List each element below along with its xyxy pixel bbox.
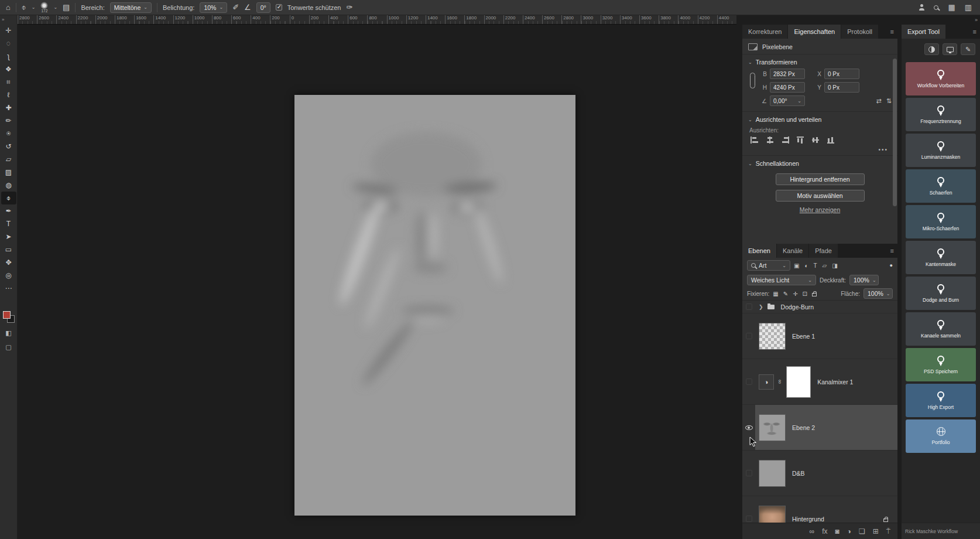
monitor-icon[interactable]: [943, 43, 957, 55]
pressure-size-icon[interactable]: ✑: [346, 4, 352, 11]
hand-tool[interactable]: ✥: [1, 256, 16, 269]
export-action-button[interactable]: Frequenztrennung: [906, 98, 976, 131]
gradient-tool[interactable]: ▨: [1, 166, 16, 179]
quick-selection-tool[interactable]: ❖: [1, 63, 16, 76]
path-select-tool[interactable]: ➤: [1, 230, 16, 243]
pixel-layer-filter-icon[interactable]: ▣: [794, 262, 799, 269]
layer-row[interactable]: ❯Dodge-Burn: [742, 301, 897, 313]
lock-artboard-icon[interactable]: ⊡: [803, 291, 807, 297]
quick-actions-section-header[interactable]: ⌄ Schnellaktionen: [742, 156, 897, 170]
export-action-button[interactable]: Luminanzmasken: [906, 134, 976, 167]
lock-transparency-icon[interactable]: ▦: [773, 291, 778, 297]
align-right-icon[interactable]: [781, 137, 789, 144]
export-action-button[interactable]: Kanaele sammeln: [906, 312, 976, 346]
chevron-right-icon[interactable]: ❯: [759, 304, 763, 310]
quick-action-button[interactable]: Hintergrund entfernen: [776, 173, 865, 185]
show-more-link[interactable]: Mehr anzeigen: [742, 206, 897, 213]
layer-row-content[interactable]: D&B: [755, 451, 897, 496]
x-field[interactable]: 0 Px: [824, 69, 859, 79]
brush-settings-panel-icon[interactable]: ▤: [63, 4, 70, 11]
visibility-cell[interactable]: [742, 301, 755, 313]
workspace-grid-icon[interactable]: ▦: [948, 4, 955, 11]
panel-menu-icon[interactable]: ≡: [890, 244, 897, 258]
document-canvas[interactable]: [294, 95, 575, 516]
width-field[interactable]: 2832 Px: [770, 69, 805, 79]
airbrush-icon[interactable]: ✐: [232, 4, 239, 11]
marquee-tool[interactable]: ◌: [1, 37, 16, 50]
filter-toggle-icon[interactable]: ●: [890, 262, 893, 268]
shape-tool[interactable]: ▭: [1, 243, 16, 256]
export-action-button[interactable]: High Export: [906, 384, 976, 417]
delete-layer-icon[interactable]: ⍑: [886, 527, 890, 535]
rotation-field[interactable]: 0,00° ⌄: [770, 95, 805, 106]
export-action-button[interactable]: Portfolio: [906, 419, 976, 453]
screen-mode-icon[interactable]: ▢: [5, 343, 11, 351]
link-dimensions-icon[interactable]: [750, 73, 755, 88]
fill-input[interactable]: 100% ⌄: [864, 288, 893, 299]
new-group-icon[interactable]: ❏: [859, 527, 865, 535]
tab-kanäle[interactable]: Kanäle: [777, 244, 809, 258]
transform-section-header[interactable]: ⌄ Transformieren: [742, 54, 897, 69]
layer-thumbnail[interactable]: [759, 414, 786, 441]
mask-link-icon[interactable]: ∞: [777, 380, 783, 384]
zoom-tool[interactable]: ◎: [1, 269, 16, 282]
new-layer-icon[interactable]: ⊞: [873, 527, 879, 535]
move-tool[interactable]: ✛: [1, 24, 16, 37]
height-field[interactable]: 4240 Px: [770, 82, 805, 93]
layer-row-content[interactable]: ❯Dodge-Burn: [755, 301, 897, 313]
visibility-toggle[interactable]: [746, 470, 752, 476]
export-action-button[interactable]: Schaerfen: [906, 169, 976, 203]
eye-icon[interactable]: [745, 425, 753, 430]
canvas-area[interactable]: [18, 25, 736, 539]
new-adjustment-layer-icon[interactable]: ◑: [847, 527, 851, 535]
export-action-button[interactable]: Dodge and Burn: [906, 277, 976, 310]
brush-preset-picker[interactable]: 172: [40, 2, 48, 13]
link-layers-icon[interactable]: ∞: [810, 527, 815, 535]
export-action-button[interactable]: Kantenmaske: [906, 241, 976, 274]
layer-row[interactable]: ◑∞Kanalmixer 1: [742, 359, 897, 405]
share-account-icon[interactable]: [919, 8, 924, 11]
bereich-select[interactable]: Mitteltöne ⌄: [110, 2, 152, 13]
lock-all-icon[interactable]: [812, 293, 817, 296]
tab-protokoll[interactable]: Protokoll: [841, 25, 879, 39]
tonwerte-checkbox[interactable]: [276, 4, 282, 11]
layer-row[interactable]: D&B: [742, 451, 897, 496]
flip-horizontal-icon[interactable]: ⇄: [876, 97, 882, 105]
tab-korrekturen[interactable]: Korrekturen: [742, 25, 788, 39]
visibility-toggle[interactable]: [746, 303, 752, 310]
y-field[interactable]: 0 Px: [824, 82, 859, 93]
smart-object-filter-icon[interactable]: ◨: [832, 262, 837, 269]
export-action-button[interactable]: Workflow Vorbereiten: [906, 62, 976, 95]
home-icon[interactable]: ⌂: [6, 4, 11, 11]
layer-row-content[interactable]: Ebene 1: [755, 313, 897, 359]
panel-menu-icon[interactable]: ≡: [890, 25, 897, 39]
clone-stamp-tool[interactable]: ⍟: [1, 127, 16, 140]
layer-row[interactable]: Ebene 1: [742, 313, 897, 359]
visibility-cell[interactable]: [742, 496, 755, 523]
layer-effects-icon[interactable]: fx: [822, 527, 827, 535]
blur-tool[interactable]: ◍: [1, 179, 16, 192]
search-icon[interactable]: [934, 5, 938, 10]
visibility-cell[interactable]: [742, 313, 755, 359]
lock-position-icon[interactable]: ✛: [793, 291, 797, 297]
lasso-tool[interactable]: ʅ: [1, 50, 16, 63]
angle-input[interactable]: 0°: [256, 2, 270, 13]
toolbar-collapse-icon[interactable]: »: [0, 17, 4, 22]
align-center-h-icon[interactable]: [766, 137, 774, 144]
align-more-options[interactable]: •••: [742, 145, 897, 156]
tab-eigenschaften[interactable]: Eigenschaften: [788, 25, 841, 39]
layer-row-content[interactable]: Hintergrund: [755, 496, 897, 523]
align-left-icon[interactable]: [751, 137, 759, 144]
dodge-tool-preset-icon[interactable]: ⌽: [22, 4, 26, 11]
shape-layer-filter-icon[interactable]: ▱: [823, 262, 827, 269]
type-tool[interactable]: T: [1, 217, 16, 230]
flip-vertical-icon[interactable]: ⇅: [886, 97, 892, 105]
export-action-button[interactable]: PSD Speichern: [906, 348, 976, 381]
layer-filter-select[interactable]: Art ⌄: [747, 260, 790, 271]
edit-toolbar-icon[interactable]: ⋯: [1, 282, 16, 295]
dodge-tool[interactable]: ⌽: [1, 192, 16, 204]
properties-scrollbar[interactable]: [893, 59, 897, 206]
eyedropper-tool[interactable]: ℓ: [1, 88, 16, 101]
align-section-header[interactable]: ⌄ Ausrichten und verteilen: [742, 111, 897, 126]
quick-mask-icon[interactable]: ◧: [5, 329, 11, 337]
